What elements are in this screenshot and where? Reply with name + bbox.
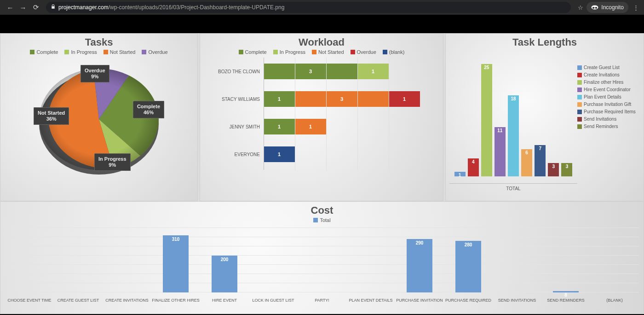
cost-x-label: PLAN EVENT DETAILS xyxy=(346,298,395,303)
pie-label-complete: Complete46% xyxy=(133,101,164,118)
task-length-value: 4 xyxy=(468,159,479,164)
legend-item: Hire Event Coordinator xyxy=(577,87,640,92)
task-length-bar: 11 xyxy=(494,127,506,176)
cost-column: 280 xyxy=(444,241,493,292)
cost-x-label: FINALIZE OTHER HIRES xyxy=(151,298,200,303)
workload-row: JENNY SMITH11 xyxy=(205,113,420,140)
legend-swatch xyxy=(30,50,34,54)
pie-label-in-progress: In Progress9% xyxy=(94,153,131,171)
legend-item: Not Started xyxy=(312,49,344,55)
legend-swatch xyxy=(577,124,582,129)
cost-x-label: SEND INVITATIONS xyxy=(493,298,541,303)
legend-swatch xyxy=(142,50,146,54)
menu-kebab-icon[interactable]: ⋮ xyxy=(631,4,640,11)
svg-point-1 xyxy=(592,7,594,9)
task-length-bar: 6 xyxy=(521,149,532,176)
task-length-bar: 4 xyxy=(468,158,479,176)
cost-x-label: SEND REMINDERS xyxy=(541,298,590,303)
cost-panel: Cost Total 3102002902808 CHOOSE EVENT TI… xyxy=(0,201,644,314)
task-length-bar: 3 xyxy=(548,163,559,176)
workload-segment: 3 xyxy=(295,91,389,107)
legend-label: Complete xyxy=(245,49,267,55)
workload-row-name: STACY WILLIAMS xyxy=(205,97,264,102)
task-lengths-title: Task Lengths xyxy=(446,36,644,48)
cost-column: 200 xyxy=(200,256,249,292)
legend-swatch xyxy=(577,110,582,114)
workload-segment: 1 xyxy=(264,91,295,107)
lock-icon xyxy=(51,4,56,11)
bookmark-star-icon[interactable]: ☆ xyxy=(575,4,586,11)
task-length-value: 25 xyxy=(481,65,492,70)
legend-label: In Progress xyxy=(71,49,97,55)
cost-x-label: CREATE INVITATIONS xyxy=(103,298,151,303)
legend-swatch xyxy=(577,73,582,77)
cost-x-label: PARTY! xyxy=(298,298,346,303)
legend-label: Finalize other Hires xyxy=(584,80,623,85)
reload-button[interactable]: ⟳ xyxy=(29,3,42,12)
browser-toolbar: ← → ⟳ projectmanager.com/wp-content/uplo… xyxy=(0,0,644,15)
legend-item: Complete xyxy=(239,49,267,55)
workload-row-name: EVERYONE xyxy=(205,152,264,157)
legend-swatch xyxy=(577,88,582,92)
cost-bar-value: 200 xyxy=(212,257,237,262)
cost-column: 310 xyxy=(151,235,200,292)
cost-x-label: LOCK IN GUEST LIST xyxy=(249,298,298,303)
svg-point-0 xyxy=(592,6,598,10)
workload-row: STACY WILLIAMS131 xyxy=(205,85,420,113)
workload-segment: 1 xyxy=(264,119,295,134)
pie-label-not-started: Not Started36% xyxy=(34,107,69,125)
legend-label: Overdue xyxy=(357,49,376,55)
cost-bar-value: 290 xyxy=(407,240,432,245)
legend-item: (blank) xyxy=(383,49,405,55)
legend-label: Overdue xyxy=(148,49,167,55)
task-length-value: 3 xyxy=(561,164,572,169)
legend-item: Purchase Required Items xyxy=(577,109,640,114)
legend-label: Purchase Required Items xyxy=(584,109,636,114)
cost-bar: 290 xyxy=(407,239,432,292)
legend-label: Create Invitations xyxy=(584,72,620,77)
url-host: projectmanager.com xyxy=(58,4,109,11)
incognito-label: Incognito xyxy=(601,4,624,11)
legend-swatch xyxy=(577,80,582,85)
workload-segment: 1 xyxy=(295,119,326,134)
legend-item: Overdue xyxy=(351,49,376,55)
workload-row: EVERYONE1 xyxy=(205,140,420,168)
legend-swatch xyxy=(577,95,582,99)
legend-swatch xyxy=(312,50,316,54)
legend-item: Overdue xyxy=(142,49,167,55)
cost-bar-value: 310 xyxy=(163,237,189,242)
tasks-title: Tasks xyxy=(0,36,197,48)
workload-row-name: BOZO THE CLOWN xyxy=(205,69,264,74)
legend-label: Plan Event Details xyxy=(584,94,621,99)
legend-item: Send Invitations xyxy=(577,117,640,122)
workload-row-name: JENNY SMITH xyxy=(205,124,264,129)
cost-x-label: PURCHASE INVITATION xyxy=(395,298,444,303)
legend-item: Finalize other Hires xyxy=(577,80,640,85)
legend-label: Send Reminders xyxy=(584,124,618,129)
task-length-value: 18 xyxy=(508,96,519,101)
legend-label: (blank) xyxy=(389,49,405,55)
cost-title: Cost xyxy=(0,204,644,216)
workload-segment: 1 xyxy=(264,146,295,162)
legend-item: Create Guest List xyxy=(577,65,640,70)
legend-item: Plan Event Details xyxy=(577,94,640,99)
url-path: /wp-content/uploads/2016/03/Project-Dash… xyxy=(109,4,285,11)
cost-legend: Total xyxy=(0,217,644,223)
legend-label: Not Started xyxy=(318,49,344,55)
cost-bar: 8 xyxy=(553,291,579,292)
incognito-badge: Incognito xyxy=(586,2,628,13)
back-button[interactable]: ← xyxy=(4,4,17,12)
cost-bar: 280 xyxy=(455,241,481,292)
cost-x-label: CHOOSE EVENT TIME xyxy=(5,298,54,303)
workload-row: BOZO THE CLOWN31 xyxy=(205,58,420,85)
workload-title: Workload xyxy=(200,36,443,48)
tasks-pie-chart: Complete46% In Progress9% Not Started36%… xyxy=(21,59,177,179)
task-length-bar: 3 xyxy=(561,163,572,176)
cost-column: 8 xyxy=(541,291,590,292)
legend-item: In Progress xyxy=(64,49,97,55)
address-bar[interactable]: projectmanager.com/wp-content/uploads/20… xyxy=(46,2,571,13)
legend-label: In Progress xyxy=(280,49,305,55)
legend-swatch xyxy=(351,50,355,54)
tasks-legend: CompleteIn ProgressNot StartedOverdue xyxy=(0,49,197,55)
forward-button[interactable]: → xyxy=(17,4,29,12)
